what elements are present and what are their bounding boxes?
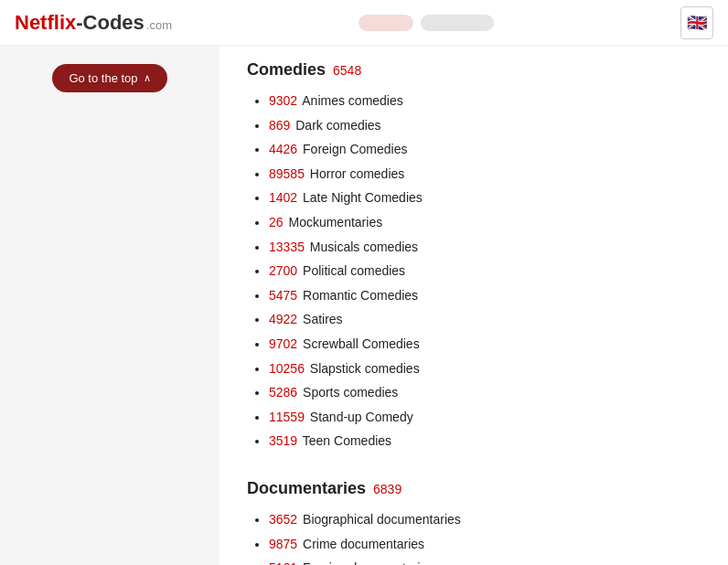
section-title-comedies: Comedies6548 [247,60,701,80]
section-comedies: Comedies65489302 Animes comedies869 Dark… [247,60,701,453]
item-label: Mockumentaries [285,215,383,229]
list-item: 26 Mockumentaries [269,210,701,235]
item-label: Romantic Comedies [299,288,418,303]
list-item: 3652 Biographical documentaries [269,507,701,532]
item-list-comedies: 9302 Animes comedies869 Dark comedies442… [247,89,701,453]
item-code-link[interactable]: 11559 [269,410,305,424]
list-item: 4426 Foreign Comedies [269,137,701,162]
item-label: Slapstick comedies [306,361,420,376]
list-item: 9702 Screwball Comedies [269,332,701,357]
item-label: Sports comedies [299,385,398,400]
item-code-link[interactable]: 1402 [269,190,297,205]
list-item: 11559 Stand-up Comedy [269,405,701,430]
list-item: 10256 Slapstick comedies [269,357,701,381]
list-item: 4922 Satires [269,307,701,332]
item-label: Stand-up Comedy [306,410,413,424]
item-code-link[interactable]: 9875 [269,537,297,551]
list-item: 9302 Animes comedies [269,89,701,113]
item-code-link[interactable]: 5475 [269,288,297,303]
list-item: 89585 Horror comedies [269,162,701,187]
list-item: 9875 Crime documentaries [269,532,701,557]
main-content: Comedies65489302 Animes comedies869 Dark… [219,46,728,565]
logo: Netflix -Codes .com [15,11,172,35]
item-code-link[interactable]: 9302 [269,93,297,108]
item-code-link[interactable]: 5286 [269,385,297,400]
list-item: 1402 Late Night Comedies [269,186,701,210]
logo-netflix: Netflix [15,11,76,35]
item-label: Animes comedies [299,93,403,108]
item-code-link[interactable]: 3519 [269,433,297,448]
category-code-link[interactable]: 6839 [373,482,401,496]
item-label: Dark comedies [292,118,380,133]
category-name: Comedies [247,60,326,80]
flag-icon: 🇬🇧 [687,13,707,33]
item-label: Teen Comedies [299,433,391,448]
sidebar: Go to the top ∧ [0,46,219,565]
item-code-link[interactable]: 869 [269,118,290,133]
list-item: 13335 Musicals comedies [269,235,701,260]
header-search-pill [359,15,413,31]
header-center [359,15,494,31]
item-code-link[interactable]: 9702 [269,336,297,351]
item-code-link[interactable]: 13335 [269,240,305,254]
item-code-link[interactable]: 4426 [269,142,297,156]
chevron-up-icon: ∧ [144,72,151,84]
main-layout: Go to the top ∧ Comedies65489302 Animes … [0,46,728,565]
item-code-link[interactable]: 89585 [269,166,305,181]
header-user-pill [421,15,494,31]
header: Netflix -Codes .com 🇬🇧 [0,0,728,46]
language-button[interactable]: 🇬🇧 [680,6,713,39]
logo-com: .com [146,18,172,32]
item-label: Crime documentaries [299,537,424,551]
item-label: Satires [299,312,342,326]
list-item: 869 Dark comedies [269,113,701,138]
item-code-link[interactable]: 26 [269,215,284,229]
section-documentaries: Documentaries68393652 Biographical docum… [247,479,701,565]
item-label: Musicals comedies [306,240,418,254]
list-item: 3519 Teen Comedies [269,429,701,453]
item-label: Foreign documentaries [299,560,434,565]
category-code-link[interactable]: 6548 [333,63,361,78]
list-item: 5161 Foreign documentaries [269,556,701,565]
item-code-link[interactable]: 2700 [269,263,297,278]
item-label: Political comedies [299,263,405,278]
list-item: 2700 Political comedies [269,259,701,283]
goto-top-button[interactable]: Go to the top ∧ [52,64,166,92]
list-item: 5286 Sports comedies [269,380,701,405]
list-item: 5475 Romantic Comedies [269,283,701,308]
item-label: Late Night Comedies [299,190,423,205]
item-code-link[interactable]: 10256 [269,361,305,376]
item-label: Screwball Comedies [299,336,420,351]
item-code-link[interactable]: 3652 [269,512,297,527]
item-code-link[interactable]: 4922 [269,312,297,326]
item-label: Foreign Comedies [299,142,407,156]
goto-top-label: Go to the top [69,71,137,85]
section-title-documentaries: Documentaries6839 [247,479,701,498]
category-name: Documentaries [247,479,366,498]
item-code-link[interactable]: 5161 [269,560,297,565]
logo-dash-codes: -Codes [76,11,145,35]
item-list-documentaries: 3652 Biographical documentaries9875 Crim… [247,507,701,565]
item-label: Biographical documentaries [299,512,461,527]
item-label: Horror comedies [306,166,404,181]
